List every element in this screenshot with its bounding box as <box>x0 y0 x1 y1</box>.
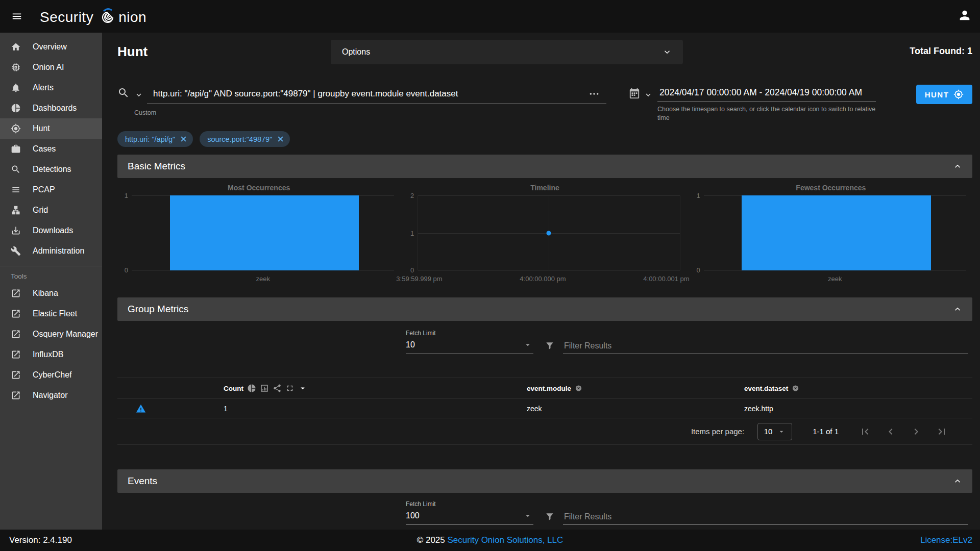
warning-triangle-icon[interactable] <box>136 404 146 414</box>
hunt-button-label: HUNT <box>925 90 949 99</box>
chart-timeline: Timeline 2 1 0 3:59:59.999 pm 4:00:00.00… <box>403 181 686 291</box>
dataset-header-label[interactable]: event.dataset <box>744 385 788 392</box>
chevron-up-icon[interactable] <box>953 305 962 314</box>
sidebar-item-administration[interactable]: Administration <box>0 241 102 261</box>
pie-chart-toggle-icon[interactable] <box>247 384 256 393</box>
more-options-icon[interactable] <box>589 90 599 97</box>
sidebar-item-dashboards[interactable]: Dashboards <box>0 98 102 118</box>
pie-chart-icon <box>11 103 21 113</box>
sidebar-item-grid[interactable]: Grid <box>0 200 102 220</box>
filter-chip-label: http.uri: "/api/g" <box>125 135 175 143</box>
magnifier-icon <box>11 164 21 174</box>
sidebar-item-hunt[interactable]: Hunt <box>0 118 102 139</box>
sidebar-item-label: Elastic Fleet <box>33 309 77 318</box>
y-tick: 1 <box>410 230 414 237</box>
sidebar-item-cyberchef[interactable]: CyberChef <box>0 365 102 385</box>
sidebar-item-label: Detections <box>33 165 71 174</box>
chevron-up-icon[interactable] <box>953 162 962 171</box>
table-header-row: Count event.module <box>117 378 972 399</box>
last-page-icon[interactable] <box>936 425 948 438</box>
sidebar-item-label: Grid <box>33 206 48 215</box>
filter-chip[interactable]: http.uri: "/api/g" <box>117 131 193 147</box>
query-input[interactable] <box>147 84 606 104</box>
sidebar-item-detections[interactable]: Detections <box>0 159 102 180</box>
sidebar-item-kibana[interactable]: Kibana <box>0 283 102 304</box>
bar-zeek[interactable] <box>742 195 930 270</box>
hunt-button[interactable]: HUNT <box>916 85 972 104</box>
module-header-label[interactable]: event.module <box>527 385 571 392</box>
events-fetch-limit-select[interactable]: Fetch Limit 100 <box>406 500 533 525</box>
query-history-chevron-icon[interactable] <box>135 91 143 99</box>
sidebar-item-elastic-fleet[interactable]: Elastic Fleet <box>0 304 102 324</box>
y-tick: 1 <box>696 192 700 199</box>
items-per-page-select[interactable]: 10 <box>757 423 792 440</box>
user-account-icon[interactable] <box>958 8 972 22</box>
chevron-up-icon[interactable] <box>953 477 962 486</box>
close-icon[interactable] <box>180 135 187 143</box>
fetch-limit-select[interactable]: Fetch Limit 10 <box>406 330 533 354</box>
filter-chip[interactable]: source.port:"49879" <box>200 131 290 147</box>
tools-icon <box>11 246 21 256</box>
fetch-limit-label: Fetch Limit <box>406 330 533 337</box>
search-icon[interactable] <box>117 87 130 99</box>
sidebar-item-label: InfluxDB <box>33 350 63 359</box>
filter-funnel-icon <box>545 512 555 522</box>
sidebar-item-label: Kibana <box>33 289 58 298</box>
table-row[interactable]: 1 zeek zeek.http <box>117 399 972 418</box>
options-expansion-panel[interactable]: Options <box>331 40 683 64</box>
date-range-input[interactable] <box>657 84 876 102</box>
date-range-chevron-icon[interactable] <box>644 91 652 99</box>
license-link[interactable]: License:ELv2 <box>920 535 972 545</box>
x-tick: 3:59:59.999 pm <box>396 275 442 283</box>
expand-toggle-icon[interactable] <box>285 384 295 393</box>
remove-column-icon[interactable] <box>575 385 582 392</box>
sidebar-item-pcap[interactable]: PCAP <box>0 180 102 200</box>
bar-chart-toggle-icon[interactable] <box>260 384 269 393</box>
sidebar-item-label: Hunt <box>33 124 50 133</box>
count-header-label[interactable]: Count <box>224 385 243 392</box>
dataset-column-header: event.dataset <box>744 385 799 392</box>
calendar-icon[interactable] <box>629 88 640 99</box>
row-module-value: zeek <box>527 405 542 413</box>
basic-metrics-charts: Most Occurrences 1 0 zeek Timeline 2 1 0 <box>117 181 972 291</box>
menu-icon[interactable] <box>8 8 26 25</box>
basic-metrics-header[interactable]: Basic Metrics <box>117 155 972 178</box>
sidebar-item-alerts[interactable]: Alerts <box>0 78 102 98</box>
page-header: Hunt Options Total Found: 1 <box>117 40 972 66</box>
briefcase-icon <box>11 144 21 154</box>
sidebar-item-osquery-manager[interactable]: Osquery Manager <box>0 324 102 344</box>
gridline <box>680 195 680 270</box>
timeline-data-point[interactable] <box>547 231 551 235</box>
bar-zeek[interactable] <box>170 195 359 270</box>
sidebar-item-onion-ai[interactable]: Onion AI <box>0 57 102 78</box>
remove-column-icon[interactable] <box>792 385 799 392</box>
sidebar-item-downloads[interactable]: Downloads <box>0 220 102 241</box>
chevron-down-icon[interactable] <box>663 47 672 57</box>
sidebar-item-navigator[interactable]: Navigator <box>0 385 102 406</box>
events-header[interactable]: Events <box>117 469 972 493</box>
events-filter-input[interactable] <box>563 510 968 523</box>
next-page-icon[interactable] <box>910 425 922 438</box>
crosshair-icon <box>953 89 964 99</box>
items-per-page-label: Items per page: <box>691 427 744 436</box>
footer: Version: 2.4.190 © 2025 Security Onion S… <box>0 530 980 551</box>
page-title: Hunt <box>117 44 148 60</box>
sidebar-item-overview[interactable]: Overview <box>0 37 102 57</box>
sort-dropdown-icon[interactable] <box>298 384 307 393</box>
previous-page-icon[interactable] <box>885 425 897 438</box>
dropdown-arrow-icon <box>777 428 786 436</box>
copyright: © 2025 Security Onion Solutions, LLC <box>417 535 564 545</box>
chart-title: Timeline <box>403 181 686 192</box>
sidebar-item-cases[interactable]: Cases <box>0 139 102 159</box>
company-link[interactable]: Security Onion Solutions, LLC <box>448 535 564 545</box>
group-metrics-header[interactable]: Group Metrics <box>117 297 972 321</box>
dropdown-arrow-icon <box>523 511 532 520</box>
query-mode-hint: Custom <box>134 109 156 116</box>
close-icon[interactable] <box>277 135 284 143</box>
sidebar: Overview Onion AI Alerts Dashboards Hunt… <box>0 33 102 530</box>
search-row: Custom Choose the timespan to search, or… <box>117 84 972 131</box>
group-filter-input[interactable] <box>563 339 968 353</box>
sidebar-item-influxdb[interactable]: InfluxDB <box>0 344 102 365</box>
sankey-toggle-icon[interactable] <box>273 384 282 393</box>
first-page-icon[interactable] <box>859 425 871 438</box>
